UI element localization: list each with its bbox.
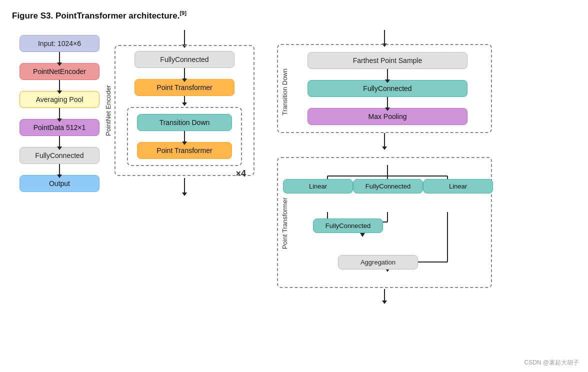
- arrow-top-middle: [184, 30, 185, 45]
- node-aggregation: Aggregation: [338, 255, 418, 270]
- right-column: Transition Down Farthest Point Sample Fu…: [277, 30, 507, 301]
- label-pointnet-encoder: PointNet Encoder: [104, 85, 112, 136]
- arrow-fc-to-pt: [184, 68, 185, 79]
- transition-down-box: Transition Down Farthest Point Sample Fu…: [277, 44, 492, 133]
- inner-dashed-box: Transition Down Point Transformer ×4: [127, 107, 242, 166]
- watermark: CSDN @薯起大胡子: [524, 358, 579, 367]
- label-transition-down: Transition Down: [281, 68, 288, 115]
- left-column: Input: 1024×6 PointNetEncoder Averaging …: [12, 30, 107, 192]
- page-container: Figure S3. PointTransformer architecture…: [0, 0, 588, 372]
- node-fc-pt2: FullyConnected: [313, 218, 383, 233]
- arrow-td-to-pt2: [184, 131, 185, 142]
- arrow-bottom-right: [384, 289, 385, 301]
- arrow-pool-to-pointdata: [59, 108, 60, 119]
- diagram-area: Input: 1024×6 PointNetEncoder Averaging …: [12, 30, 576, 360]
- pt-row2: FullyConnected: [283, 218, 473, 233]
- pt-row1: Linear FullyConnected Linear: [283, 179, 473, 194]
- node-fc-middle-top: FullyConnected: [134, 51, 234, 68]
- times-label: ×4: [236, 168, 246, 179]
- arrow-fps-to-fc: [387, 69, 388, 80]
- figure-title: Figure S3. PointTransformer architecture…: [12, 10, 576, 21]
- point-transformer-box: Point Transformer: [277, 157, 492, 288]
- arrow-top-right: [384, 30, 385, 44]
- pt-aggregation-row: Aggregation: [283, 255, 473, 270]
- arrow-pointdata-to-fc: [59, 136, 60, 147]
- arrow-fc-to-maxpool: [387, 97, 388, 108]
- node-linear-right: Linear: [423, 179, 493, 194]
- node-input: Input: 1024×6: [20, 35, 100, 52]
- arrow-fc-to-output: [59, 164, 60, 175]
- arrow-td-to-pt-box: [384, 133, 385, 147]
- node-linear-left: Linear: [283, 179, 353, 194]
- pt-nodes-overlay: Linear FullyConnected Linear FullyConnec…: [283, 179, 473, 270]
- arrow-pt-to-inner: [184, 96, 185, 103]
- node-transition-down-middle: Transition Down: [137, 114, 232, 131]
- outer-dashed-box: PointNet Encoder FullyConnected Point Tr…: [114, 45, 254, 176]
- node-farthest-point-sample: Farthest Point Sample: [308, 52, 468, 69]
- arrow-input-to-pointnet: [59, 52, 60, 63]
- middle-column: PointNet Encoder FullyConnected Point Tr…: [107, 30, 262, 193]
- arrow-bottom-middle: [184, 178, 185, 193]
- node-fc-pt: FullyConnected: [353, 179, 423, 194]
- arrow-pointnet-to-pool: [59, 80, 60, 91]
